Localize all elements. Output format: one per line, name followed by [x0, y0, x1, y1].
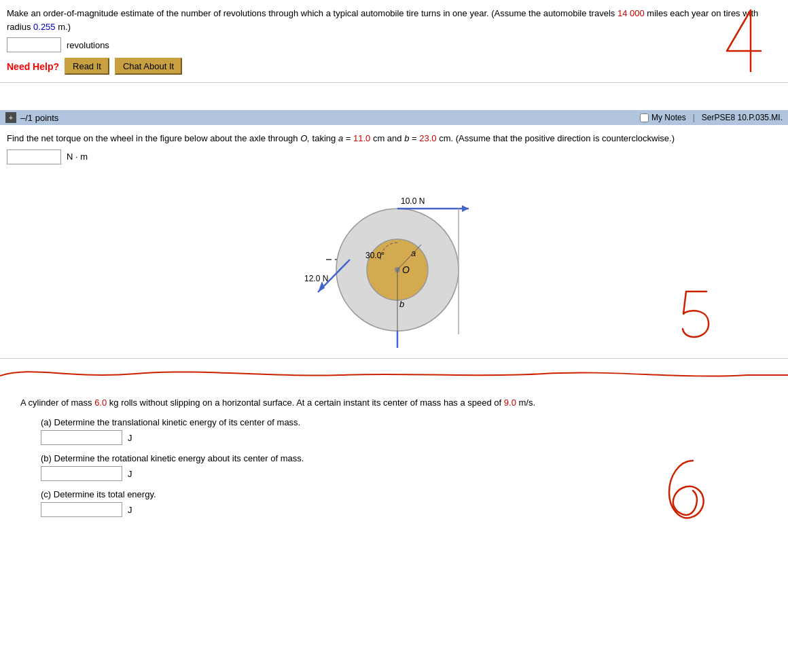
torque-problem-text: Find the net torque on the wheel in the …	[7, 132, 781, 145]
torque-answer-row: N · m	[7, 149, 781, 164]
part-b-unit: J	[128, 469, 132, 479]
italic-a: a	[338, 133, 343, 143]
chat-about-it-button[interactable]: Chat About It	[115, 58, 182, 75]
notes-checkbox[interactable]	[640, 113, 649, 122]
nm-unit: N · m	[67, 152, 88, 162]
mass-value: 6.0	[94, 397, 107, 408]
part-b-input[interactable]	[41, 466, 122, 481]
svg-text:30.0°: 30.0°	[365, 251, 384, 260]
eq1: =	[346, 133, 351, 143]
problem-text-1: Make an order-of-magnitude estimate of t…	[7, 7, 781, 33]
need-help-label: Need Help?	[7, 61, 59, 72]
torque-input[interactable]	[7, 149, 61, 164]
header-left: + –/1 points	[5, 112, 58, 123]
part-a-input[interactable]	[41, 430, 122, 445]
part-c-input[interactable]	[41, 502, 122, 517]
my-notes-label: My Notes	[651, 113, 686, 122]
number-5-drawing	[679, 288, 720, 344]
wheel-diagram-container: O a b 30.0° 10.0 N	[7, 171, 781, 348]
answer-row-1: revolutions	[7, 37, 781, 52]
svg-text:12.0 N: 12.0 N	[304, 274, 328, 283]
svg-text:9.00 N: 9.00 N	[402, 347, 426, 348]
book-reference: SerPSE8 10.P.035.MI.	[702, 113, 783, 122]
part-c-unit: J	[128, 505, 132, 515]
b-value: 23.0	[419, 133, 436, 143]
radius-value: 0.255	[33, 22, 56, 32]
part-a-answer-row: J	[41, 430, 781, 445]
svg-text:O: O	[402, 264, 410, 275]
separator: |	[693, 113, 695, 122]
number-4-drawing	[713, 3, 768, 80]
header-right: My Notes | SerPSE8 10.P.035.MI.	[640, 113, 783, 122]
wheel-diagram: O a b 30.0° 10.0 N	[292, 171, 496, 348]
cylinder-middle: kg rolls without slipping on a horizonta…	[109, 397, 501, 408]
torque-intro: Find the net torque on the wheel in the …	[7, 133, 298, 143]
section2-header-bar: + –/1 points My Notes | SerPSE8 10.P.035…	[0, 110, 788, 125]
part-a-label: (a) Determine the translational kinetic …	[41, 417, 781, 427]
italic-b: b	[404, 133, 409, 143]
taking-text: taking	[312, 133, 338, 143]
miles-value: 14 000	[617, 8, 645, 18]
read-it-button[interactable]: Read It	[65, 58, 109, 75]
cylinder-end: m/s.	[519, 397, 536, 408]
squiggle-divider	[0, 359, 788, 389]
section3-content: A cylinder of mass 6.0 kg rolls without …	[0, 389, 788, 540]
part-a-unit: J	[128, 433, 132, 443]
my-notes-link[interactable]: My Notes	[640, 113, 686, 122]
section2-content: Find the net torque on the wheel in the …	[0, 125, 788, 359]
problem-end-text: m.)	[58, 22, 71, 32]
svg-text:10.0 N: 10.0 N	[401, 196, 425, 206]
cm2: cm. (Assume that the positive direction …	[439, 133, 675, 143]
cylinder-problem-text: A cylinder of mass 6.0 kg rolls without …	[20, 396, 781, 410]
part-a-container: (a) Determine the translational kinetic …	[41, 417, 781, 445]
speed-value: 9.0	[504, 397, 516, 408]
eq2: =	[412, 133, 417, 143]
italic-o: O,	[300, 133, 310, 143]
revolutions-input[interactable]	[7, 37, 61, 52]
points-label: –/1 points	[20, 113, 58, 123]
number-6-drawing	[666, 455, 706, 525]
problem-intro-text: Make an order-of-magnitude estimate of t…	[7, 8, 615, 18]
svg-marker-11	[462, 205, 469, 212]
cylinder-intro: A cylinder of mass	[20, 397, 92, 408]
a-value: 11.0	[353, 133, 370, 143]
cm1: cm and	[373, 133, 402, 143]
expand-button[interactable]: +	[5, 112, 16, 123]
revolutions-unit: revolutions	[67, 40, 109, 50]
help-row: Need Help? Read It Chat About It	[7, 58, 781, 75]
svg-text:b: b	[399, 299, 404, 309]
